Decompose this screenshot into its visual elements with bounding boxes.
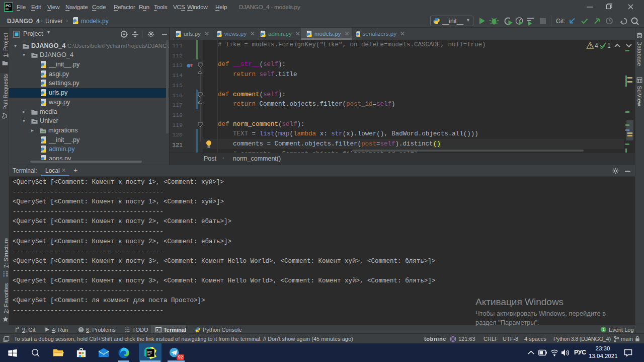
svg-text:1: 1 <box>602 327 604 332</box>
svg-text:1: 1 <box>607 42 611 49</box>
svg-text:4: 4 <box>595 42 598 49</box>
svg-text:PC: PC <box>6 4 11 8</box>
svg-text:Git:: Git: <box>556 18 566 25</box>
svg-text:PC: PC <box>147 350 152 353</box>
